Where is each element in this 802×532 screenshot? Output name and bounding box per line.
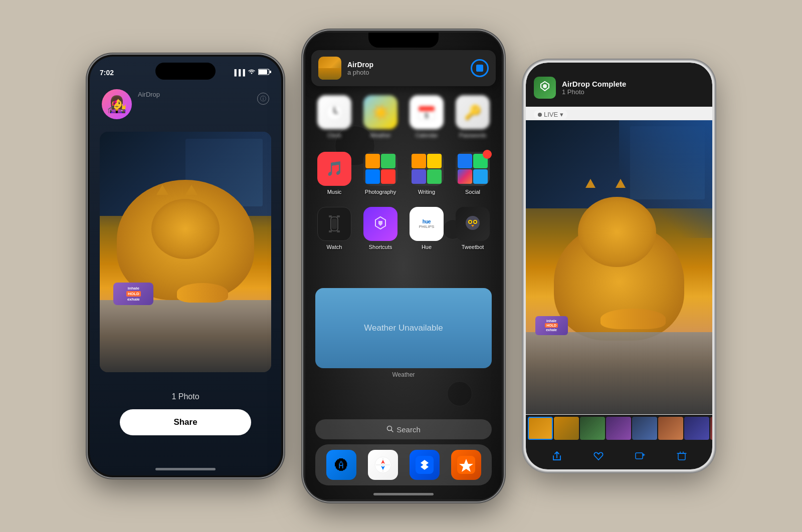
phone-2-screen: AirDrop a photo Clock ☀️ Weather [305,33,502,499]
svg-rect-37 [636,453,643,459]
app-clock[interactable]: Clock [315,95,353,138]
airdrop-sender-icon [318,57,341,80]
app-watch[interactable]: Watch [315,207,353,250]
thumbnail-6[interactable] [684,417,709,440]
svg-line-23 [391,430,393,432]
app-grid-row3: Watch Shortcuts hue PHILIPS Hue [315,207,492,250]
airdrop-complete-notification[interactable]: AirDrop Complete 1 Photo [526,63,712,108]
svg-point-36 [543,84,547,88]
svg-rect-7 [419,106,435,111]
battery-icon [258,69,271,77]
svg-rect-12 [329,215,332,217]
svg-text:🎵: 🎵 [326,160,343,177]
sender-avatar: 👩‍🎤 [102,89,132,119]
notch [368,33,439,48]
sticker-p3: inhale HOLD exhale [535,316,568,335]
live-label: LIVE [544,111,558,118]
chevron-down-icon: ▾ [560,111,563,118]
svg-rect-40 [678,453,685,460]
thumbnail-7[interactable] [710,417,712,440]
phone-1-screen: 7:02 ▐▐▐ [90,57,281,475]
app-photography-folder[interactable]: Photography [361,152,399,195]
search-label: Search [396,425,421,434]
cat-photo-content: inhale HOLD exhale [100,132,271,372]
phone-3-screen: AirDrop Complete 1 Photo LIVE ▾ [526,63,712,469]
app-shortcuts[interactable]: Shortcuts [361,207,399,250]
photo-action-bar [526,442,712,469]
share-button[interactable]: Share [120,409,251,435]
app-weather-icon[interactable]: ☀️ Weather [361,95,399,138]
main-photo: inhale HOLD exhale [526,120,712,414]
svg-rect-2 [270,71,271,73]
photo-count: 1 Photo [90,392,281,401]
phone-1: 7:02 ▐▐▐ [88,55,283,477]
svg-rect-15 [337,230,340,232]
airdrop-complete-icon [534,77,556,99]
delete-photo-button[interactable] [674,448,690,464]
svg-text:🅐: 🅐 [335,458,348,473]
info-button[interactable]: ⓘ [257,93,269,105]
dock-spark[interactable] [451,450,481,480]
airdrop-complete-title: AirDrop Complete [562,80,704,88]
dock-safari[interactable] [368,450,398,480]
airdrop-notification-banner[interactable]: AirDrop a photo [311,50,496,86]
weather-status: Weather Unavailable [364,323,443,333]
search-bar[interactable]: Search [315,419,492,439]
thumbnail-1[interactable] [554,417,579,440]
live-tag[interactable]: LIVE ▾ [534,110,567,119]
airdrop-banner-text: AirDrop a photo [347,61,465,76]
cat-photo-p3: inhale HOLD exhale [526,120,712,414]
thumbnail-2[interactable] [580,417,605,440]
svg-rect-11 [332,219,337,229]
app-grid-row2: 🎵 Music Photography [315,152,492,195]
app-writing-folder[interactable]: Writing [408,152,446,195]
app-calendar[interactable]: 5 Calendar [408,95,446,138]
thumbnail-5[interactable] [658,417,683,440]
app-grid-row1: Clock ☀️ Weather 5 Calendar 🔑 Passwords [315,95,492,138]
airdrop-complete-subtitle: 1 Photo [562,88,704,96]
signal-icon: ▐▐▐ [232,69,245,76]
photo-thumbnail-strip [526,415,712,442]
svg-text:5: 5 [425,112,429,120]
app-social-folder[interactable]: Social [454,152,492,195]
phone-3: AirDrop Complete 1 Photo LIVE ▾ [524,61,714,471]
status-icons: ▐▐▐ [232,69,271,77]
airdrop-banner-subtitle: a photo [347,69,465,76]
svg-point-16 [466,216,480,230]
app-tweetbot[interactable]: Tweetbot [454,207,492,250]
app-hue[interactable]: hue PHILIPS Hue [408,207,446,250]
thumbnail-4[interactable] [632,417,657,440]
share-action-button[interactable] [549,448,565,464]
notification-badge [483,150,492,159]
svg-point-18 [469,221,471,223]
svg-rect-1 [259,70,267,74]
thumbnail-3[interactable] [606,417,631,440]
airdrop-banner-title: AirDrop [347,61,465,69]
search-icon [386,425,393,434]
stop-icon [476,65,483,72]
svg-point-20 [474,221,476,223]
airdrop-from-label: AirDrop [138,91,160,98]
airdrop-accept-button[interactable] [471,59,489,77]
weather-widget[interactable]: Weather Unavailable [315,288,492,368]
thumbnail-selected[interactable] [528,417,553,440]
app-music[interactable]: 🎵 Music [315,152,353,195]
phone-2: AirDrop a photo Clock ☀️ Weather [303,31,504,501]
wifi-icon [248,69,256,77]
home-indicator-p2 [373,493,434,495]
dock-app-store[interactable]: 🅐 [326,450,356,480]
airdrop-complete-text: AirDrop Complete 1 Photo [562,80,704,96]
home-indicator [155,468,216,470]
time-display: 7:02 [100,69,114,77]
dock-dropbox[interactable] [410,450,440,480]
svg-rect-14 [329,230,332,232]
app-passwords[interactable]: 🔑 Passwords [454,95,492,138]
like-action-button[interactable] [590,448,607,464]
dynamic-island [155,63,216,80]
shared-photo: inhale HOLD exhale [100,132,271,372]
sticker: inhale HOLD exhale [113,283,153,305]
weather-widget-label: Weather [305,371,502,378]
app-dock: 🅐 [315,444,492,485]
svg-rect-13 [337,215,340,217]
add-to-album-button[interactable] [632,448,648,464]
